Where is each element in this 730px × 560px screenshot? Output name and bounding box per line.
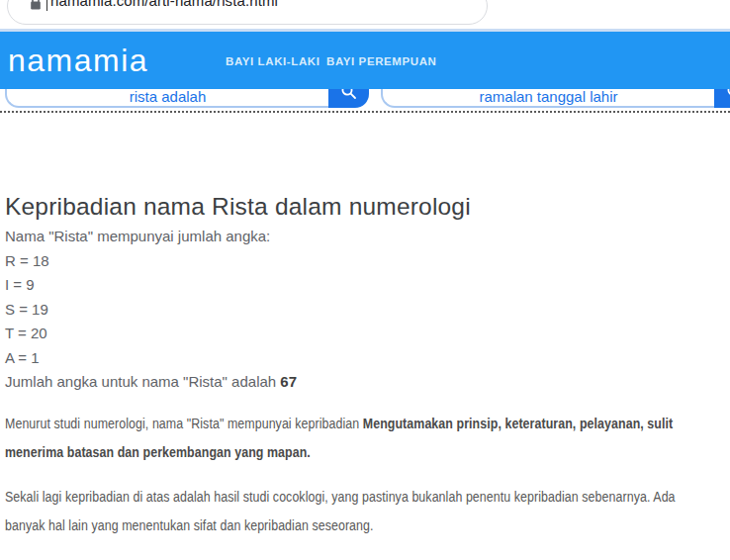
toolbar-separator <box>0 29 730 32</box>
text-caret <box>46 0 47 11</box>
disclaimer-paragraph: Sekali lagi kepribadian di atas adalah h… <box>5 482 717 539</box>
intro-line: Nama "Rista" mempunyai jumlah angka: <box>5 229 717 243</box>
nav-bayi-laki-laki[interactable]: BAYI LAKI-LAKI <box>226 55 320 67</box>
section-divider <box>0 111 730 113</box>
total-value: 67 <box>280 373 297 390</box>
lock-icon[interactable] <box>30 0 42 11</box>
page-title: Kepribadian nama Rista dalam numerologi <box>5 193 471 221</box>
letter-value-row: I = 9 <box>5 277 717 292</box>
letter-value-row: A = 1 <box>5 350 717 365</box>
page: namamia.com/arti-nama/rista.html namamia… <box>0 0 730 560</box>
numerology-breakdown: Nama "Rista" mempunyai jumlah angka: R =… <box>5 229 717 399</box>
nav-bayi-perempuan[interactable]: BAYI PEREMPUAN <box>326 55 437 67</box>
letter-value-row: R = 18 <box>5 253 717 268</box>
browser-address-bar: namamia.com/arti-nama/rista.html <box>0 0 730 29</box>
url-pill[interactable]: namamia.com/arti-nama/rista.html <box>7 0 488 25</box>
site-logo[interactable]: namamia <box>8 43 148 79</box>
url-text[interactable]: namamia.com/arti-nama/rista.html <box>50 0 278 9</box>
personality-paragraph: Menurut studi numerologi, nama "Rista" m… <box>5 409 717 466</box>
site-header: namamia BAYI LAKI-LAKI BAYI PEREMPUAN <box>0 32 730 89</box>
total-line: Jumlah angka untuk nama "Rista" adalah 6… <box>5 374 717 389</box>
letter-value-row: S = 19 <box>5 302 717 317</box>
letter-value-row: T = 20 <box>5 326 717 340</box>
